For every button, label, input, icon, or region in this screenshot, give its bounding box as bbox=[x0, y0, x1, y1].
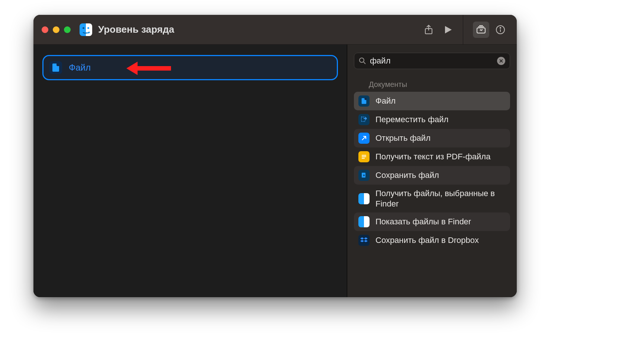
window-body: Файл Документы Файл bbox=[33, 45, 517, 297]
result-file[interactable]: Файл bbox=[354, 92, 510, 110]
finder-icon bbox=[358, 216, 370, 227]
section-header: Документы bbox=[369, 80, 510, 89]
minimize-window-button[interactable] bbox=[53, 26, 59, 33]
share-button[interactable] bbox=[420, 22, 437, 38]
close-window-button[interactable] bbox=[42, 26, 48, 33]
search-results: Файл Переместить файл Открыть файл bbox=[354, 92, 510, 250]
pdf-text-icon bbox=[358, 151, 370, 162]
search-icon bbox=[359, 57, 366, 65]
result-save-file[interactable]: Сохранить файл bbox=[354, 166, 510, 185]
clear-search-button[interactable] bbox=[497, 57, 505, 65]
library-toggle-button[interactable] bbox=[473, 22, 489, 38]
open-file-icon bbox=[358, 133, 370, 144]
svg-rect-6 bbox=[362, 173, 365, 178]
window-title: Уровень заряда bbox=[98, 24, 174, 35]
result-open-file[interactable]: Открыть файл bbox=[354, 129, 510, 147]
search-input[interactable] bbox=[370, 56, 493, 66]
workflow-canvas[interactable]: Файл bbox=[33, 45, 347, 297]
svg-rect-5 bbox=[361, 117, 365, 121]
save-file-icon bbox=[358, 170, 370, 181]
result-move-file[interactable]: Переместить файл bbox=[354, 110, 510, 129]
file-icon bbox=[358, 95, 370, 107]
actions-sidebar: Документы Файл Переместить файл Откр bbox=[347, 45, 517, 297]
workflow-action-file[interactable]: Файл bbox=[42, 55, 338, 80]
svg-point-3 bbox=[500, 27, 501, 28]
run-button[interactable] bbox=[440, 22, 456, 38]
result-get-finder-files[interactable]: Получить файлы, выбранные в Finder bbox=[354, 185, 510, 212]
automator-window: Уровень заряда Файл bbox=[33, 15, 517, 297]
search-field[interactable] bbox=[354, 53, 510, 69]
dropbox-icon bbox=[358, 235, 370, 246]
window-controls bbox=[42, 26, 71, 33]
result-show-in-finder[interactable]: Показать файлы в Finder bbox=[354, 212, 510, 231]
finder-app-icon bbox=[80, 23, 92, 36]
annotation-arrow bbox=[126, 62, 171, 75]
zoom-window-button[interactable] bbox=[64, 26, 71, 33]
finder-icon bbox=[358, 193, 370, 204]
svg-point-4 bbox=[359, 58, 364, 62]
info-button[interactable] bbox=[492, 22, 509, 38]
toolbar-divider bbox=[463, 15, 463, 45]
result-get-pdf-text[interactable]: Получить текст из PDF-файла bbox=[354, 147, 510, 166]
workflow-action-label: Файл bbox=[69, 62, 91, 73]
result-save-to-dropbox[interactable]: Сохранить файл в Dropbox bbox=[354, 231, 510, 250]
move-file-icon bbox=[358, 114, 370, 125]
titlebar: Уровень заряда bbox=[33, 15, 517, 45]
file-icon bbox=[49, 61, 62, 74]
